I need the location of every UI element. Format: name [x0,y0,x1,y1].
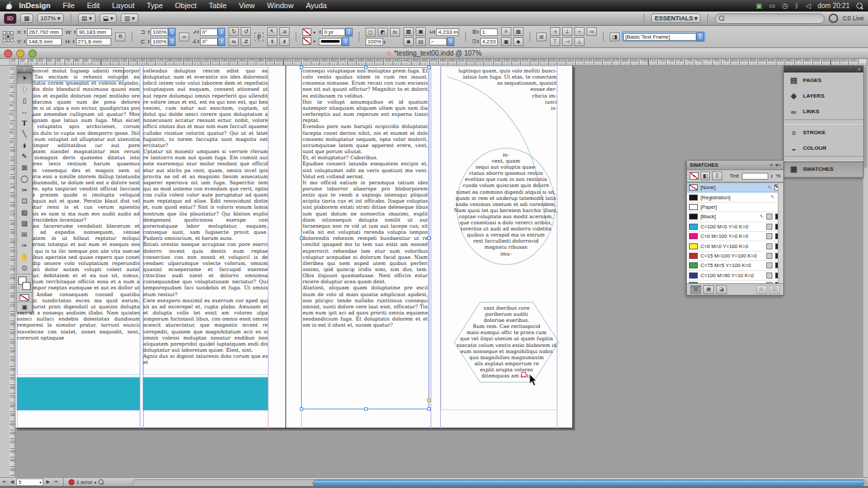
fill-proxy-swatch[interactable] [690,172,698,180]
reference-point-proxy[interactable] [3,31,14,42]
align-middle-button[interactable]: ⊣ [562,37,572,46]
y-position-field[interactable]: Y:▲▼148,5 mm [17,37,62,45]
swatch-row[interactable]: C=100 M=90 Y=10 K=0 [687,271,783,281]
flip-vertical-button[interactable]: ⇵ [241,37,251,46]
gutter-field[interactable]: ◫▲▼4,233 mm [472,37,498,45]
pen-tool[interactable]: ✒ [17,140,32,151]
search-input[interactable] [715,14,825,24]
sync-icon[interactable]: ▣ [755,2,762,9]
selected-text-frame[interactable] [301,67,429,409]
menu-edit[interactable]: Edit [81,1,106,9]
width-field[interactable]: W:▲▼90,183 mm [66,28,113,36]
swatches-tab-label[interactable]: SWATCHES [690,162,718,168]
select-content-button[interactable]: ⇲ [279,27,290,36]
distribute-button[interactable]: ⫤ [587,27,597,36]
frame-handle[interactable] [364,66,368,69]
tools-panel[interactable]: ⣿ ➤➤▯↔T╲✒✎⊠◯✂⊡▧▨✉✑✋⊙ ▣ [16,66,33,312]
line-tool[interactable]: ╲ [17,129,32,140]
wrap-jump-button[interactable]: ▤ [416,37,426,46]
cs-live-label[interactable]: CS Live [842,15,864,22]
time-machine-icon[interactable]: ◷ [782,2,788,9]
pencil-tool[interactable]: ✎ [17,151,32,163]
swatches-panel-header[interactable]: SWATCHES »▾≡ [687,161,783,170]
align-top-button[interactable]: ⊤ [550,37,560,46]
columns-field[interactable]: ▥▲▼1 [472,28,498,36]
rotate-ccw-button[interactable]: ↺ [241,27,251,36]
collapse-icon[interactable]: » [770,163,772,168]
fx-button[interactable]: fx [390,28,400,37]
rotation-angle-field[interactable]: ⊿▲▼0°▲▼ [193,28,225,36]
page-number-dropdown[interactable]: 5▾ [16,479,43,486]
align-center-button[interactable]: ⟂ [562,27,572,36]
gap-tool[interactable]: ↔ [17,106,32,118]
swatch-row[interactable]: C=15 M=100 Y=100 K=0 [687,251,783,261]
hexagon-text-frame[interactable]: sant iberibus coreporiberum auditidolori… [454,302,559,383]
dock-item-layers[interactable]: ◈LAYERS [784,88,863,104]
align-right-button[interactable]: ⫟ [574,27,585,36]
bridge-button[interactable]: ▦ [20,14,33,23]
arrange-documents-button[interactable]: ▥ ▾ [121,14,138,23]
live-corner-handle[interactable] [427,399,431,402]
wrap-offset-field[interactable]: ⊔▲▼4,233 mm [429,28,459,36]
show-all-swatches-button[interactable]: ▥ [690,285,701,294]
x-position-field[interactable]: X:▲▼267,792 mm [17,28,62,36]
swatch-list-scrollbar[interactable] [778,183,783,283]
show-gradient-swatches-button[interactable]: ◪ [716,285,727,294]
wrapped-text-block[interactable]: luptisqui quam, quis volo molliti busci-… [441,68,557,111]
selection-tool[interactable]: ➤ [17,73,32,84]
drop-shadow-button[interactable]: ▩ [403,27,414,36]
swatch-row[interactable]: [Paper] [687,203,783,212]
preflight-error-label[interactable]: 1 error [77,479,93,485]
rotate-cw-button[interactable]: ↻ [229,27,239,36]
document-window-title-bar[interactable]: *testing_text00.indd @ 107% [0,48,868,59]
menu-type[interactable]: Type [140,1,169,9]
new-swatch-button[interactable]: ⊞ [756,285,767,294]
hand-tool[interactable]: ✋ [17,251,32,263]
tools-panel-header[interactable]: ⣿ [17,66,32,73]
swatch-row[interactable]: C=0 M=0 Y=100 K=0 [687,241,783,251]
display-icon[interactable]: ▭ [769,2,775,9]
first-page-button[interactable]: ⇤ [2,479,7,485]
show-color-swatches-button[interactable]: ▦ [703,285,714,294]
formatting-text-button[interactable]: T [712,171,722,180]
fill-frame-button[interactable]: ■ [513,37,524,46]
swatch-row[interactable]: [Black]✎ [687,212,783,222]
object-style-dropdown[interactable]: [Basic Text Frame]▲▼ [623,33,704,41]
object-style-icon[interactable]: ◨ [610,33,620,41]
horizontal-ruler[interactable]: 1020304050607080901001101201301401501601… [9,58,868,66]
vertical-ruler[interactable]: 1020304050607080901001101201301401501601… [9,65,16,477]
ruler-origin-corner[interactable] [0,58,10,66]
menu-file[interactable]: File [56,1,81,9]
stroke-color-control[interactable] [22,282,31,290]
auto-fit-icon[interactable]: ⊞ [536,33,547,41]
direct-selection-tool[interactable]: ➤ [17,84,32,96]
zoom-tool[interactable]: ⊙ [17,263,32,274]
last-page-button[interactable]: ⇥ [53,479,58,485]
panel-menu-icon[interactable]: ▾≡ [775,163,781,168]
stroke-type-dropdown[interactable]: ▲▼ [319,37,353,45]
preflight-menu-icon[interactable]: ▾ [94,480,96,485]
menu-object[interactable]: Object [169,1,203,9]
formatting-container-button[interactable]: ◧ [701,171,711,180]
menu-view[interactable]: View [233,1,261,9]
wrap-none-button[interactable]: ▣ [416,27,426,36]
gradient-swatch-tool[interactable]: ▧ [17,207,32,218]
delete-swatch-button[interactable]: ⌧ [769,285,780,294]
spotlight-search-icon[interactable] [856,3,863,9]
zoom-level-dropdown[interactable]: 107% ▾ [37,14,64,23]
stroke-weight-dropdown[interactable]: ▲▼0 pt▲▼ [319,28,353,36]
teal-rectangle-2[interactable] [143,378,268,410]
dock-item-swatches[interactable]: ▦SWATCHES [784,161,863,177]
anchor-point-handle[interactable] [521,372,526,377]
swatch-row[interactable]: C=73 M=10 Y=22 K=0 [687,281,783,284]
flip-horizontal-button[interactable]: ⇋ [229,37,239,46]
scale-y-field[interactable]: ⊏▲▼100%▲▼ [138,37,176,45]
fill-color-swatch[interactable] [302,37,311,45]
tint-value-field[interactable] [742,173,768,180]
next-page-button[interactable]: ▶ [45,479,50,485]
select-next-button[interactable]: ⇟ [279,37,290,46]
previous-page-button[interactable]: ◀ [9,479,14,485]
center-content-button[interactable]: ▣ [501,37,511,46]
frame-handle[interactable] [364,407,368,411]
ellipse-tool[interactable]: ◯ [17,174,32,185]
